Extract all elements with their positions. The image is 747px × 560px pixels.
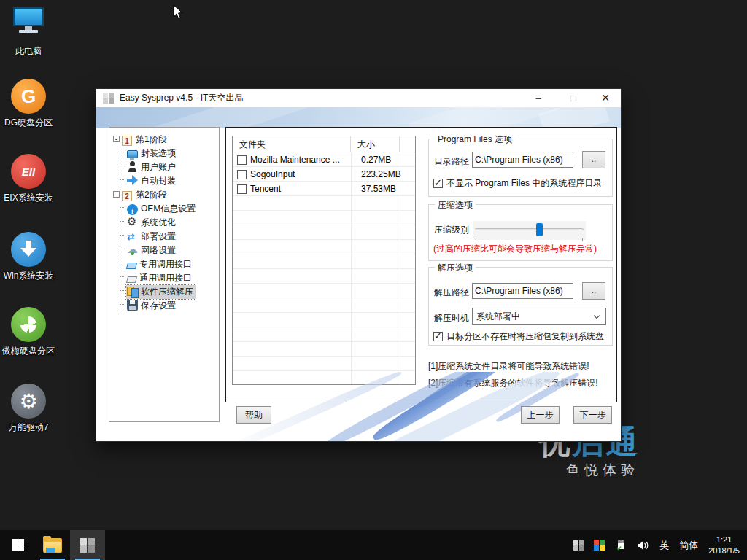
easy-sysprep-window: Easy Sysprep v4.5 - IT天空出品 – □ ✕ -1第1阶段封… bbox=[96, 88, 622, 442]
tree-item-label: 保存设置 bbox=[141, 300, 176, 311]
ime-indicator[interactable]: 简体 bbox=[679, 539, 698, 552]
tree-item-user[interactable]: 用户账户 bbox=[120, 160, 219, 174]
tree-item-save[interactable]: 保存设置 bbox=[120, 299, 219, 313]
browse-button[interactable]: .. bbox=[582, 151, 605, 168]
folder-row[interactable]: SogouInput223.25MB bbox=[233, 167, 415, 182]
folder-size: 37.53MB bbox=[361, 182, 396, 196]
slider-tick bbox=[476, 238, 476, 241]
decompression-group: 解压选项 解压路径 .. 解压时机 系统部署中 目标分区不存在时将压缩包复制到系… bbox=[428, 267, 613, 346]
program-files-group: Program Files 选项 目录路径 .. 不显示 Program Fil… bbox=[428, 139, 613, 197]
desktop-icon-aomei[interactable]: 傲梅硬盘分区 bbox=[0, 307, 57, 357]
folder-name: Tencent bbox=[250, 182, 358, 196]
save-icon bbox=[127, 300, 138, 311]
column-size[interactable]: 大小 bbox=[351, 136, 400, 152]
group-title: 解压选项 bbox=[435, 262, 476, 274]
folder-checkbox[interactable] bbox=[237, 184, 247, 194]
maximize-button[interactable]: □ bbox=[557, 89, 589, 107]
color-grid-icon[interactable] bbox=[594, 540, 605, 551]
next-step-button[interactable]: 下一步 bbox=[573, 406, 612, 424]
content-panel: 文件夹 大小 Mozilla Maintenance ...0.27MBSogo… bbox=[225, 127, 617, 402]
capi-icon bbox=[126, 276, 137, 283]
tree-item-label: 封装选项 bbox=[141, 148, 176, 158]
column-folder[interactable]: 文件夹 bbox=[233, 136, 351, 152]
checkbox-label: 不显示 Program Files 中的系统程序目录 bbox=[446, 177, 602, 190]
timing-dropdown[interactable]: 系统部署中 bbox=[472, 308, 606, 325]
tree-item-cloud[interactable]: 网络设置 bbox=[120, 244, 219, 257]
tray-app-icon[interactable] bbox=[573, 540, 584, 551]
copy-to-system-checkbox[interactable]: 目标分区不存在时将压缩包复制到系统盘 bbox=[433, 330, 604, 343]
compression-level-slider[interactable] bbox=[473, 221, 586, 240]
dg-icon: G bbox=[11, 79, 46, 114]
usb-device-icon[interactable] bbox=[615, 540, 627, 551]
folder-row[interactable]: Tencent37.53MB bbox=[233, 182, 415, 196]
tree-children: OEM信息设置系统优化部署设置网络设置专用调用接口通用调用接口软件压缩解压保存设… bbox=[120, 202, 219, 313]
desktop-icon-drv[interactable]: ⚙万能驱动7 bbox=[0, 384, 57, 434]
start-button[interactable] bbox=[0, 530, 35, 560]
stage-number-icon: 2 bbox=[122, 191, 132, 201]
tree-expander-icon[interactable]: - bbox=[113, 136, 120, 142]
note-2: [2]压缩带有系统服务的软件将导致解压错误! bbox=[428, 377, 598, 389]
folder-size: 223.25MB bbox=[361, 167, 401, 182]
folder-list-header: 文件夹 大小 bbox=[233, 136, 415, 152]
checkbox-box[interactable] bbox=[433, 179, 443, 188]
desktop-icon-dg[interactable]: GDG硬盘分区 bbox=[0, 79, 57, 129]
slider-track[interactable] bbox=[475, 228, 584, 230]
aomei-icon bbox=[11, 307, 46, 342]
close-button[interactable]: ✕ bbox=[589, 89, 622, 107]
browse-button[interactable]: .. bbox=[582, 282, 605, 300]
tree-item-label: 系统优化 bbox=[141, 217, 176, 228]
chevron-down-icon bbox=[594, 313, 600, 319]
clock-time: 1:21 bbox=[708, 534, 740, 545]
app-icon bbox=[103, 93, 114, 104]
tree-item-compress[interactable]: 软件压缩解压 bbox=[120, 285, 219, 299]
tree-expander-icon[interactable]: - bbox=[113, 191, 120, 198]
folder-list[interactable]: 文件夹 大小 Mozilla Maintenance ...0.27MBSogo… bbox=[232, 136, 416, 385]
tree-group-label: 第1阶段 bbox=[136, 134, 167, 144]
language-indicator[interactable]: 英 bbox=[659, 539, 669, 552]
dropdown-value: 系统部署中 bbox=[476, 311, 520, 322]
tree-item-label: OEM信息设置 bbox=[141, 203, 196, 214]
folder-icon bbox=[43, 538, 62, 553]
previous-step-button[interactable]: 上一步 bbox=[521, 406, 560, 424]
easy-sysprep-taskbar-button[interactable] bbox=[70, 530, 105, 560]
file-explorer-taskbar-button[interactable] bbox=[35, 530, 70, 560]
folder-checkbox[interactable] bbox=[237, 170, 247, 179]
minimize-button[interactable]: – bbox=[522, 89, 554, 107]
stage-number-icon: 1 bbox=[122, 136, 132, 146]
program-files-path-input[interactable] bbox=[472, 152, 573, 168]
volume-icon[interactable] bbox=[637, 540, 649, 551]
win-icon bbox=[11, 232, 46, 267]
desktop-icon-label: 万能驱动7 bbox=[0, 421, 57, 434]
window-titlebar[interactable]: Easy Sysprep v4.5 - IT天空出品 – □ ✕ bbox=[96, 89, 621, 107]
arrow-icon bbox=[127, 175, 138, 186]
info-icon bbox=[127, 204, 138, 215]
tree-group-2[interactable]: -2第2阶段 bbox=[113, 188, 219, 202]
folder-name: Mozilla Maintenance ... bbox=[250, 152, 358, 167]
desktop-icon-win[interactable]: Win系统安装 bbox=[0, 232, 57, 282]
tree-item-monitor[interactable]: 封装选项 bbox=[120, 147, 219, 160]
desktop-icon-eix[interactable]: EIIEIX系统安装 bbox=[0, 154, 57, 204]
hide-system-dirs-checkbox[interactable]: 不显示 Program Files 中的系统程序目录 bbox=[433, 177, 602, 190]
tree-item-label: 软件压缩解压 bbox=[141, 287, 193, 297]
slider-thumb[interactable] bbox=[536, 223, 543, 236]
tree-group-1[interactable]: -1第1阶段 bbox=[113, 133, 219, 147]
tree-item-label: 自动封装 bbox=[141, 176, 176, 186]
checkbox-label: 目标分区不存在时将压缩包复制到系统盘 bbox=[446, 330, 604, 343]
desktop-icon-label: 此电脑 bbox=[0, 45, 57, 58]
folder-checkbox[interactable] bbox=[237, 155, 247, 165]
tree-item-arrow[interactable]: 自动封装 bbox=[120, 174, 219, 188]
checkbox-box[interactable] bbox=[433, 332, 443, 341]
help-button[interactable]: 帮助 bbox=[236, 406, 271, 424]
level-label: 压缩级别 bbox=[434, 224, 469, 236]
taskbar-clock[interactable]: 1:21 2018/1/5 bbox=[708, 534, 740, 556]
tree-item-papi[interactable]: 专用调用接口 bbox=[120, 257, 219, 271]
tree-item-gear[interactable]: 系统优化 bbox=[120, 216, 219, 230]
tree-item-capi[interactable]: 通用调用接口 bbox=[120, 271, 219, 285]
monitor-icon bbox=[127, 150, 138, 158]
window-title: Easy Sysprep v4.5 - IT天空出品 bbox=[120, 89, 243, 107]
desktop-icon-thispc[interactable]: 此电脑 bbox=[0, 4, 57, 58]
unpack-path-input[interactable] bbox=[472, 283, 573, 299]
stage-tree: -1第1阶段封装选项用户账户自动封装-2第2阶段OEM信息设置系统优化部署设置网… bbox=[109, 127, 220, 422]
tree-item-label: 通用调用接口 bbox=[139, 273, 192, 283]
folder-row[interactable]: Mozilla Maintenance ...0.27MB bbox=[233, 152, 415, 167]
